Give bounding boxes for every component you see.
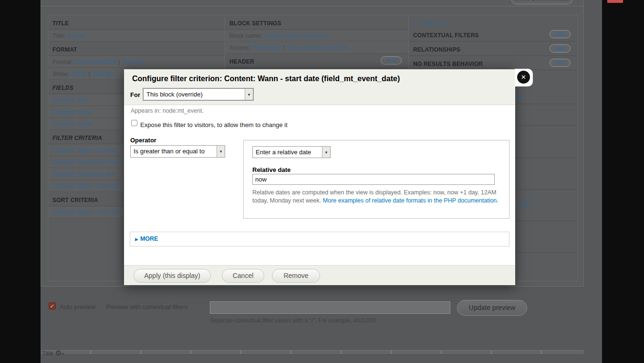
title-row: Title: Events [48,30,225,42]
select-caret-icon: ▾ [322,147,330,158]
modal-footer: Apply (this display) Cancel Remove [124,265,515,285]
update-preview-button[interactable]: Update preview [457,300,527,316]
more-arrow-icon: ▶ [135,237,138,242]
relationships-add-button[interactable]: Add [550,44,571,53]
sort-link[interactable]: Content: Wann - start da [52,209,117,216]
contextual-filters-label: Preview with contextual filters: [106,303,189,310]
filter-link[interactable]: Content: Promoted to fr [52,171,114,178]
value-type-select[interactable]: Enter a relative date ▾ [252,146,331,158]
block-name-row: Block name: Campus event calendar [225,30,408,42]
format-link[interactable]: Unformatted list [75,59,117,65]
block-settings-header: BLOCK SETTINGS [225,15,408,30]
format-row: Format: Unformatted list|Settings [48,56,225,68]
advanced-toggle-link[interactable]: ▼ Advanced [413,20,445,26]
filter-link[interactable]: Content: Type (= Event) [52,147,115,154]
language-link-fragment[interactable]: uage [517,201,530,207]
filter-link[interactable]: Content: Wann - start da [52,183,117,190]
field-link[interactable]: Content: Wann [52,121,92,128]
modal-header: Configure filter criterion: Content: Wan… [124,69,515,105]
close-icon[interactable]: ✕ [517,71,530,84]
appears-in-text: Appears in: node:mt_event. [131,107,204,114]
expose-filter-checkbox[interactable] [131,120,137,126]
configure-filter-modal: ✕ Configure filter criterion: Content: W… [124,69,515,285]
advanced-row: ▼ Advanced [409,15,577,27]
field-link[interactable]: Content: Title [52,97,88,104]
operator-select[interactable]: Is greater than or equal to ▾ [130,145,225,158]
apply-button[interactable]: Apply (this display) [134,269,211,283]
gear-caret-icon[interactable]: ▾ [62,352,64,356]
contextual-filters-input[interactable] [210,301,450,314]
for-label: For [130,91,140,98]
relationships-header: RELATIONSHIPS Add [409,42,577,56]
relative-date-description: Relative dates are computed when the vie… [252,189,499,205]
format-section-header: FORMAT [48,42,225,56]
no-results-add-button[interactable]: Add [550,59,571,67]
access-row: Access: Permission|View published conten… [225,42,408,53]
red-indicator-bar [607,0,623,3]
access-content-link[interactable]: View published content [287,44,348,51]
contextual-filters-header: CONTEXTUAL FILTERS Add [409,27,577,42]
clone-display-button[interactable]: Clone Event calendar [511,0,573,4]
auto-preview-label: Auto preview [60,303,95,310]
value-settings-box: Enter a relative date ▾ Relative date Re… [243,140,509,219]
cancel-button[interactable]: Cancel [222,269,264,283]
title-section-header: TITLE [48,15,225,30]
settings-link-fragment[interactable]: gs [517,94,523,100]
access-permission-link[interactable]: Permission [252,44,281,51]
preview-title-row: Title ⚙▾ [42,349,64,357]
show-settings-link[interactable]: Settings [92,71,114,77]
contextual-filters-add-button[interactable]: Add [550,30,571,38]
display-name-text: Display name: Event calendar [50,0,132,0]
title-events-link[interactable]: Events [67,32,85,39]
check-icon: ✓ [50,303,54,310]
select-caret-icon: ▾ [217,146,225,157]
gear-icon[interactable]: ⚙ [55,349,62,357]
header-add-button[interactable]: Add [381,56,402,64]
no-results-header: NO RESULTS BEHAVIOR Add [409,56,577,70]
advanced-arrow-icon: ▼ [413,21,417,26]
php-documentation-link[interactable]: More examples of relative date formats i… [323,197,499,204]
operator-label: Operator [130,137,156,144]
field-link[interactable]: Content: Body [52,109,90,116]
select-caret-icon: ▾ [245,89,253,100]
preview-table-header-strip [41,350,584,354]
format-settings-link[interactable]: Settings [122,59,143,65]
preview-help-text: Separate contextual filter values with a… [210,317,377,324]
more-section: ▶MORE [130,232,509,246]
more-toggle-link[interactable]: ▶MORE [135,235,158,242]
header-section-header: HEADER Add [225,53,408,68]
auto-preview-checkbox[interactable]: ✓ [49,302,56,310]
modal-title: Configure filter criterion: Content: Wan… [132,75,400,83]
show-fields-link[interactable]: Fields [71,71,86,77]
remove-button[interactable]: Remove [272,269,320,283]
expose-filter-label: Expose this filter to visitors, to allow… [140,121,288,128]
relative-date-label: Relative date [252,166,291,173]
display-top-bar: Display name: Event calendar Clone Event… [41,0,583,6]
filter-link[interactable]: Content: Published (Yes) [52,159,118,166]
for-select[interactable]: This block (override) ▾ [143,88,253,100]
block-name-link[interactable]: Campus event calendar [264,32,327,39]
relative-date-input[interactable] [252,174,495,185]
